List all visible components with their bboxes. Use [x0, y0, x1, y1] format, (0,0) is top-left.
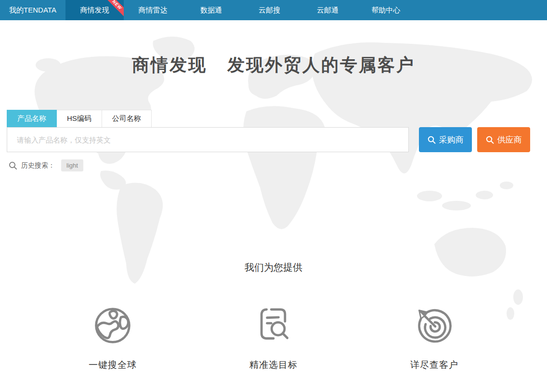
page-title-right: 发现外贸人的专属客户 — [227, 54, 415, 75]
history-label: 历史搜索： — [21, 161, 55, 170]
nav-item-label: 数据通 — [200, 6, 222, 15]
supplier-search-button[interactable]: 供应商 — [477, 127, 530, 152]
buyer-search-button[interactable]: 采购商 — [419, 127, 472, 152]
search-input[interactable] — [7, 127, 409, 152]
tab-company-name[interactable]: 公司名称 — [102, 110, 152, 127]
document-search-icon — [253, 305, 294, 346]
top-navbar: 我的TENDATA 商情发现 NEW 商情雷达 数据通 云邮搜 云邮通 帮助中心 — [0, 0, 547, 20]
supplier-button-label: 供应商 — [497, 134, 522, 145]
feature-precise-targeting: 精准选目标 — [234, 305, 313, 371]
search-section: 产品名称 HS编码 公司名称 采购商 供应商 — [0, 110, 547, 171]
search-icon — [428, 136, 436, 144]
search-history: 历史搜索： light — [7, 159, 530, 171]
nav-item-label: 我的TENDATA — [9, 6, 56, 15]
target-dart-icon — [414, 305, 455, 346]
nav-item-business-discovery[interactable]: 商情发现 NEW — [65, 0, 124, 20]
tab-hs-code[interactable]: HS编码 — [57, 110, 102, 127]
tab-product-name[interactable]: 产品名称 — [7, 110, 57, 127]
globe-icon — [92, 305, 133, 346]
history-item[interactable]: light — [61, 159, 83, 171]
nav-item-data-link[interactable]: 数据通 — [182, 0, 240, 20]
feature-label: 详尽查客户 — [410, 359, 458, 371]
feature-label: 精准选目标 — [249, 359, 298, 371]
nav-item-cloud-mail[interactable]: 云邮通 — [299, 0, 357, 20]
nav-item-label: 帮助中心 — [372, 6, 401, 15]
nav-item-label: 云邮搜 — [259, 6, 280, 15]
nav-item-my-tendata[interactable]: 我的TENDATA — [0, 0, 65, 20]
nav-item-help-center[interactable]: 帮助中心 — [357, 0, 415, 20]
feature-label: 一键搜全球 — [89, 359, 137, 371]
features-section-title: 我们为您提供 — [0, 261, 547, 274]
nav-item-cloud-mail-search[interactable]: 云邮搜 — [240, 0, 299, 20]
nav-item-label: 商情发现 — [80, 6, 109, 15]
page-title-left: 商情发现 — [132, 54, 207, 75]
nav-item-business-radar[interactable]: 商情雷达 — [124, 0, 182, 20]
search-tabs: 产品名称 HS编码 公司名称 — [7, 110, 530, 127]
feature-customer-detail: 详尽查客户 — [394, 305, 474, 371]
nav-item-label: 云邮通 — [317, 6, 339, 15]
history-search-icon — [9, 161, 17, 170]
features-row: 一键搜全球 精准选目标 — [0, 305, 547, 371]
buyer-button-label: 采购商 — [439, 134, 464, 145]
feature-global-search: 一键搜全球 — [73, 305, 153, 371]
page-title: 商情发现发现外贸人的专属客户 — [0, 53, 547, 76]
search-icon — [486, 136, 494, 144]
nav-item-label: 商情雷达 — [139, 6, 168, 15]
